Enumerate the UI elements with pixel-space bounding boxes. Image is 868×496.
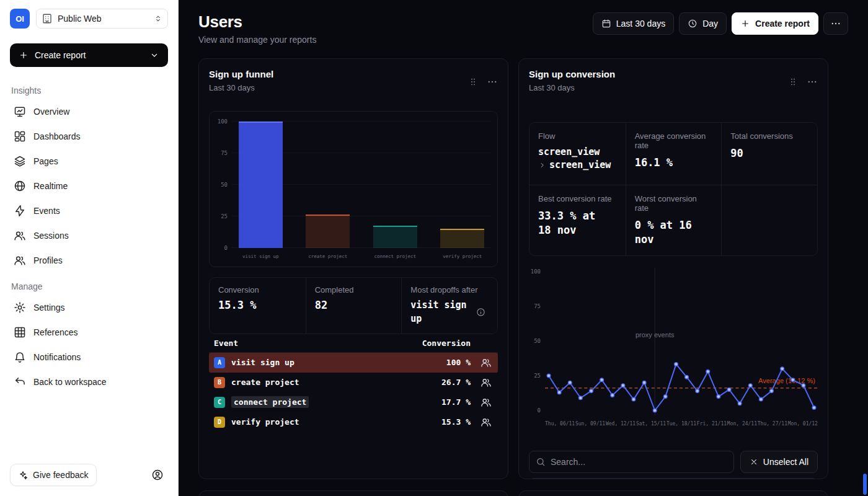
stat-value: 33.3 % at 18 nov — [538, 209, 613, 237]
funnel-stats: Conversion 15.3 % Completed 82 Most drop… — [209, 277, 498, 334]
funnel-x-label: connect project — [374, 254, 416, 259]
sidebar-item-pages[interactable]: Pages — [10, 149, 168, 174]
sidebar-item-events[interactable]: Events — [10, 198, 168, 223]
event-name: verify project — [231, 417, 417, 427]
stat-label: Flow — [538, 131, 617, 141]
sidebar-item-label: Events — [33, 206, 60, 216]
section-label: Manage — [11, 281, 168, 291]
table-row[interactable]: Dverify project15.3 % — [209, 412, 498, 432]
flow-value: screen_view — [538, 146, 617, 157]
ellipsis-icon — [830, 18, 841, 29]
stat-best-rate: Best conversion rate 33.3 % at 18 nov — [529, 185, 626, 255]
app-logo[interactable]: OI — [10, 9, 30, 29]
event-name: connect project — [231, 397, 417, 407]
card-menu-icon[interactable] — [807, 71, 818, 92]
y-tick-label: 25 — [221, 213, 228, 219]
drag-handle-icon[interactable] — [788, 71, 798, 92]
partial-table-row[interactable] — [529, 478, 818, 479]
funnel-plot: visit sign upcreate projectconnect proje… — [232, 122, 491, 248]
more-options-button[interactable] — [823, 12, 848, 35]
card-menu-icon[interactable] — [487, 71, 498, 92]
event-name: create project — [231, 378, 417, 387]
events-icon — [14, 205, 26, 217]
user-menu-button[interactable] — [147, 464, 168, 485]
x-tick-label: Thu, 27/11 — [758, 421, 787, 427]
funnel-card-subtitle: Last 30 days — [209, 83, 273, 92]
overview-icon — [14, 105, 26, 118]
sidebar-item-notifications[interactable]: Notifications — [10, 345, 168, 370]
pages-icon — [14, 155, 26, 167]
sidebar-item-references[interactable]: References — [10, 320, 168, 345]
people-icon — [480, 357, 492, 368]
header-actions: Last 30 days Day Create report — [593, 12, 848, 35]
sidebar-item-settings[interactable]: Settings — [10, 295, 168, 320]
conversion-card-subtitle: Last 30 days — [529, 83, 615, 92]
table-row[interactable]: Avisit sign up100 % — [209, 353, 498, 373]
drag-handle-icon[interactable] — [468, 71, 478, 92]
sidebar-item-sessions[interactable]: Sessions — [10, 223, 168, 248]
people-icon — [480, 377, 492, 388]
date-range-button[interactable]: Last 30 days — [593, 12, 674, 35]
funnel-bar[interactable] — [239, 122, 283, 248]
interval-label: Day — [702, 19, 718, 29]
sidebar-item-profiles[interactable]: Profiles — [10, 248, 168, 273]
conversion-card-header: Sign up conversion Last 30 days — [529, 69, 818, 92]
sidebar-item-realtime[interactable]: Realtime — [10, 174, 168, 198]
realtime-icon — [14, 180, 26, 192]
people-icon-button[interactable] — [471, 417, 493, 428]
dashboards-icon — [14, 130, 26, 143]
stat-worst-rate: Worst conversion rate 0 % at 16 nov — [626, 185, 722, 255]
line-chart-svg: Average (16.12 %)proxy events — [545, 268, 818, 415]
stat-value: 0 % at 16 nov — [635, 218, 709, 247]
funnel-chart[interactable]: 0255075100 visit sign upcreate projectco… — [209, 111, 498, 267]
x-tick-label: Fri, 21/11 — [697, 421, 727, 427]
create-report-label: Create report — [755, 19, 810, 29]
sidebar-item-dashboards[interactable]: Dashboards — [10, 124, 168, 149]
people-icon-button[interactable] — [471, 357, 493, 368]
funnel-bar-slot: connect project — [368, 122, 423, 248]
funnel-bar-slot: visit sign up — [233, 122, 288, 248]
interval-button[interactable]: Day — [679, 12, 727, 35]
people-icon-button[interactable] — [471, 397, 493, 408]
people-icon-button[interactable] — [471, 377, 493, 388]
card-peek — [518, 490, 828, 496]
plus-icon — [740, 19, 750, 29]
sidebar-item-label: Profiles — [33, 255, 63, 265]
table-row[interactable]: Bcreate project26.7 % — [209, 373, 498, 392]
unselect-all-button[interactable]: Unselect All — [740, 451, 818, 473]
conversion-chart[interactable]: 0255075100 Average (16.12 %)proxy events… — [529, 268, 818, 427]
sidebar-item-label: References — [33, 327, 78, 337]
partial-selected-cell[interactable] — [529, 479, 653, 479]
card-peek — [198, 490, 508, 496]
x-tick-label: Mon, 01/12 — [788, 421, 818, 427]
table-row[interactable]: Cconnect project17.7 % — [209, 392, 498, 412]
x-tick-label: Sun, 09/11 — [575, 421, 605, 427]
sparkles-icon — [18, 470, 28, 480]
search-input[interactable] — [551, 457, 727, 467]
settings-icon — [14, 301, 26, 314]
conversion-stats: Flow screen_view screen_view Average con… — [529, 122, 818, 256]
sidebar-footer: Give feedback — [10, 464, 168, 486]
svg-text:proxy events: proxy events — [636, 331, 675, 339]
funnel-bar[interactable] — [373, 226, 417, 248]
sidebar-item-back-to-workspace[interactable]: Back to workspace — [10, 370, 168, 394]
funnel-bar[interactable] — [306, 215, 350, 248]
funnel-bar[interactable] — [440, 229, 484, 248]
create-report-button[interactable]: Create report — [732, 12, 818, 35]
sidebar-create-report-button[interactable]: Create report — [10, 43, 168, 67]
give-feedback-button[interactable]: Give feedback — [10, 464, 97, 486]
info-icon[interactable] — [476, 308, 485, 317]
page-header: Users View and manage your reports Last … — [198, 12, 848, 45]
funnel-bar-slot: create project — [301, 122, 356, 248]
scrollbar-thumb[interactable] — [863, 474, 867, 495]
line-plot: Average (16.12 %)proxy events Thu, 06/11… — [545, 268, 818, 427]
workspace-selector[interactable]: Public Web — [36, 9, 168, 29]
search-icon — [536, 457, 546, 467]
line-y-axis: 0255075100 — [529, 268, 545, 415]
funnel-bar-slot: verify project — [435, 122, 490, 248]
y-tick-label: 100 — [218, 118, 228, 125]
sidebar-item-overview[interactable]: Overview — [10, 99, 168, 124]
scrollbar[interactable] — [863, 0, 867, 496]
sidebar-sections: InsightsOverviewDashboardsPagesRealtimeE… — [10, 81, 168, 394]
sidebar-item-label: Pages — [33, 156, 58, 166]
